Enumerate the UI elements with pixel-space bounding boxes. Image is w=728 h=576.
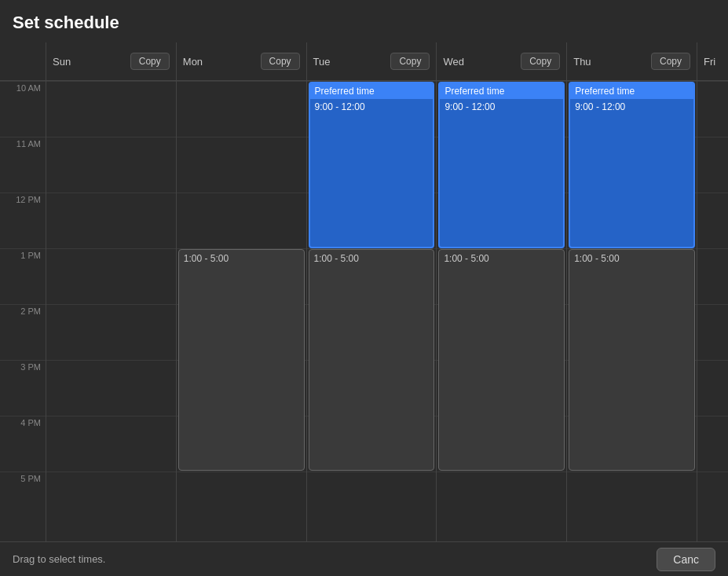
hour-sun-1[interactable] [46, 248, 176, 304]
day-col-thu: Thu Copy [566, 42, 697, 80]
event-thu-preferred[interactable]: Preferred time 9:00 - 12:00 [569, 82, 695, 248]
day-body-tue[interactable]: Preferred time 9:00 - 12:00 1:00 - 5:00 [306, 81, 437, 541]
event-wed-afternoon[interactable]: 1:00 - 5:00 [438, 249, 565, 471]
schedule-page: Set schedule Sun Copy Mon Copy [0, 0, 728, 576]
time-gutter-header [0, 42, 46, 80]
hour-sun-4[interactable] [46, 416, 176, 471]
event-tue-preferred-label: Preferred time [310, 83, 434, 99]
footer-hint: Drag to select times. [13, 553, 106, 565]
day-body-wed[interactable]: Preferred time 9:00 - 12:00 1:00 - 5:00 [436, 81, 566, 541]
hour-fri-2[interactable] [697, 304, 728, 360]
event-thu-preferred-label: Preferred time [570, 83, 693, 99]
hour-fri-5[interactable] [697, 471, 728, 527]
hour-fri-12[interactable] [697, 193, 728, 248]
copy-button-mon[interactable]: Copy [261, 53, 300, 70]
event-thu-preferred-time: 9:00 - 12:00 [570, 99, 693, 115]
day-header-wed: Wed Copy [437, 42, 566, 80]
footer: Drag to select times. Canc [0, 541, 728, 576]
time-label-10am: 10 AM [0, 81, 46, 137]
hour-sun-3[interactable] [46, 360, 176, 416]
event-wed-preferred-time: 9:00 - 12:00 [440, 99, 563, 115]
hour-tue-5[interactable] [307, 471, 437, 527]
hour-sun-11[interactable] [46, 137, 176, 193]
copy-button-tue[interactable]: Copy [390, 53, 430, 70]
day-col-tue: Tue Copy [306, 42, 437, 80]
day-col-wed: Wed Copy [436, 42, 566, 80]
time-label-12pm: 12 PM [0, 193, 46, 248]
hour-wed-5[interactable] [437, 471, 566, 527]
hour-fri-10[interactable] [697, 81, 728, 137]
day-body-mon[interactable]: 1:00 - 5:00 [176, 81, 306, 541]
hour-mon-11[interactable] [177, 137, 306, 193]
event-tue-afternoon[interactable]: 1:00 - 5:00 [309, 249, 435, 471]
calendar-header: Sun Copy Mon Copy Tue Copy [0, 42, 728, 81]
event-wed-time: 1:00 - 5:00 [439, 250, 564, 267]
time-label-3pm: 3 PM [0, 360, 46, 416]
day-body-thu[interactable]: Preferred time 9:00 - 12:00 1:00 - 5:00 [566, 81, 697, 541]
copy-button-wed[interactable]: Copy [521, 53, 560, 70]
day-header-fri: Fri [697, 42, 728, 80]
hour-mon-5[interactable] [177, 471, 306, 527]
time-label-5pm: 5 PM [0, 471, 46, 527]
event-tue-preferred[interactable]: Preferred time 9:00 - 12:00 [309, 82, 435, 248]
hour-fri-1[interactable] [697, 248, 728, 304]
copy-button-thu[interactable]: Copy [651, 53, 690, 70]
day-col-mon: Mon Copy [176, 42, 306, 80]
cancel-button[interactable]: Canc [657, 548, 715, 571]
day-header-thu: Thu Copy [567, 42, 697, 80]
day-body-fri[interactable] [697, 81, 728, 541]
day-name-wed: Wed [443, 56, 464, 68]
day-name-sun: Sun [53, 56, 71, 68]
hour-fri-4[interactable] [697, 416, 728, 471]
time-label-1pm: 1 PM [0, 248, 46, 304]
event-mon-time: 1:00 - 5:00 [179, 250, 304, 267]
hour-mon-12[interactable] [177, 193, 306, 248]
event-thu-afternoon[interactable]: 1:00 - 5:00 [569, 249, 695, 471]
time-label-2pm: 2 PM [0, 304, 46, 360]
time-axis: 10 AM 11 AM 12 PM 1 PM 2 PM 3 PM 4 PM 5 … [0, 81, 46, 541]
hour-fri-11[interactable] [697, 137, 728, 193]
day-header-mon: Mon Copy [177, 42, 306, 80]
hour-sun-10[interactable] [46, 81, 176, 137]
event-mon-afternoon[interactable]: 1:00 - 5:00 [178, 249, 305, 471]
event-wed-preferred[interactable]: Preferred time 9:00 - 12:00 [438, 82, 565, 248]
page-title: Set schedule [0, 13, 728, 42]
hour-sun-2[interactable] [46, 304, 176, 360]
copy-button-sun[interactable]: Copy [130, 53, 170, 70]
event-tue-time: 1:00 - 5:00 [309, 250, 434, 267]
hour-mon-10[interactable] [177, 81, 306, 137]
event-thu-time: 1:00 - 5:00 [569, 250, 694, 267]
time-label-4pm: 4 PM [0, 416, 46, 471]
day-name-thu: Thu [573, 56, 591, 68]
day-col-sun: Sun Copy [46, 42, 176, 80]
hour-thu-5[interactable] [567, 471, 697, 527]
day-name-mon: Mon [183, 56, 203, 68]
calendar-wrapper: Sun Copy Mon Copy Tue Copy [0, 42, 728, 541]
day-body-sun[interactable] [46, 81, 176, 541]
day-header-tue: Tue Copy [307, 42, 437, 80]
event-wed-preferred-label: Preferred time [440, 83, 563, 99]
calendar-body: 10 AM 11 AM 12 PM 1 PM 2 PM 3 PM 4 PM 5 … [0, 81, 728, 541]
hour-fri-3[interactable] [697, 360, 728, 416]
day-col-fri: Fri [697, 42, 728, 80]
day-name-tue: Tue [313, 56, 331, 68]
hour-sun-5[interactable] [46, 471, 176, 527]
time-label-11am: 11 AM [0, 137, 46, 193]
hour-sun-12[interactable] [46, 193, 176, 248]
day-name-fri: Fri [704, 56, 715, 68]
event-tue-preferred-time: 9:00 - 12:00 [310, 99, 434, 115]
day-header-sun: Sun Copy [46, 42, 176, 80]
